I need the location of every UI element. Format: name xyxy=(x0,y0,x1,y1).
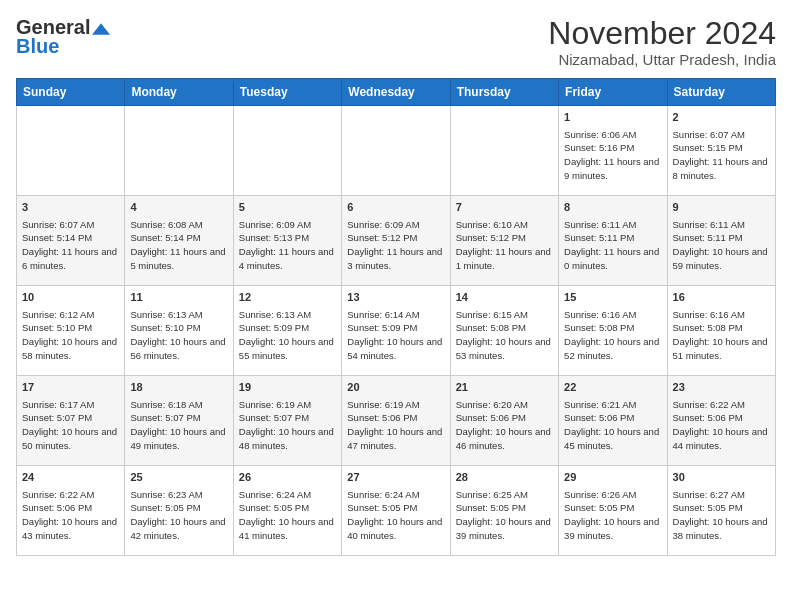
calendar-cell: 28Sunrise: 6:25 AMSunset: 5:05 PMDayligh… xyxy=(450,466,558,556)
day-number: 10 xyxy=(22,290,119,305)
calendar-week-row: 1Sunrise: 6:06 AMSunset: 5:16 PMDaylight… xyxy=(17,106,776,196)
calendar-cell: 26Sunrise: 6:24 AMSunset: 5:05 PMDayligh… xyxy=(233,466,341,556)
day-info: Sunrise: 6:07 AMSunset: 5:15 PMDaylight:… xyxy=(673,128,770,183)
weekday-header: Saturday xyxy=(667,79,775,106)
day-number: 29 xyxy=(564,470,661,485)
day-number: 7 xyxy=(456,200,553,215)
calendar-cell xyxy=(450,106,558,196)
day-info: Sunrise: 6:25 AMSunset: 5:05 PMDaylight:… xyxy=(456,488,553,543)
calendar-cell: 17Sunrise: 6:17 AMSunset: 5:07 PMDayligh… xyxy=(17,376,125,466)
title-block: November 2024 Nizamabad, Uttar Pradesh, … xyxy=(548,16,776,68)
calendar-cell: 9Sunrise: 6:11 AMSunset: 5:11 PMDaylight… xyxy=(667,196,775,286)
calendar-cell: 10Sunrise: 6:12 AMSunset: 5:10 PMDayligh… xyxy=(17,286,125,376)
day-number: 15 xyxy=(564,290,661,305)
day-number: 19 xyxy=(239,380,336,395)
calendar-week-row: 3Sunrise: 6:07 AMSunset: 5:14 PMDaylight… xyxy=(17,196,776,286)
day-info: Sunrise: 6:16 AMSunset: 5:08 PMDaylight:… xyxy=(673,308,770,363)
calendar-cell: 14Sunrise: 6:15 AMSunset: 5:08 PMDayligh… xyxy=(450,286,558,376)
calendar-cell: 21Sunrise: 6:20 AMSunset: 5:06 PMDayligh… xyxy=(450,376,558,466)
day-info: Sunrise: 6:15 AMSunset: 5:08 PMDaylight:… xyxy=(456,308,553,363)
calendar-cell: 2Sunrise: 6:07 AMSunset: 5:15 PMDaylight… xyxy=(667,106,775,196)
day-number: 14 xyxy=(456,290,553,305)
day-number: 27 xyxy=(347,470,444,485)
calendar-week-row: 10Sunrise: 6:12 AMSunset: 5:10 PMDayligh… xyxy=(17,286,776,376)
day-info: Sunrise: 6:14 AMSunset: 5:09 PMDaylight:… xyxy=(347,308,444,363)
calendar-cell: 12Sunrise: 6:13 AMSunset: 5:09 PMDayligh… xyxy=(233,286,341,376)
day-number: 17 xyxy=(22,380,119,395)
calendar-table: SundayMondayTuesdayWednesdayThursdayFrid… xyxy=(16,78,776,556)
day-info: Sunrise: 6:09 AMSunset: 5:13 PMDaylight:… xyxy=(239,218,336,273)
day-number: 16 xyxy=(673,290,770,305)
calendar-cell: 23Sunrise: 6:22 AMSunset: 5:06 PMDayligh… xyxy=(667,376,775,466)
calendar-cell xyxy=(125,106,233,196)
calendar-week-row: 17Sunrise: 6:17 AMSunset: 5:07 PMDayligh… xyxy=(17,376,776,466)
calendar-cell xyxy=(233,106,341,196)
calendar-cell: 13Sunrise: 6:14 AMSunset: 5:09 PMDayligh… xyxy=(342,286,450,376)
calendar-cell: 25Sunrise: 6:23 AMSunset: 5:05 PMDayligh… xyxy=(125,466,233,556)
day-number: 8 xyxy=(564,200,661,215)
weekday-header: Monday xyxy=(125,79,233,106)
day-number: 4 xyxy=(130,200,227,215)
weekday-header: Wednesday xyxy=(342,79,450,106)
day-info: Sunrise: 6:13 AMSunset: 5:10 PMDaylight:… xyxy=(130,308,227,363)
day-number: 24 xyxy=(22,470,119,485)
day-info: Sunrise: 6:09 AMSunset: 5:12 PMDaylight:… xyxy=(347,218,444,273)
day-info: Sunrise: 6:11 AMSunset: 5:11 PMDaylight:… xyxy=(564,218,661,273)
day-number: 21 xyxy=(456,380,553,395)
day-info: Sunrise: 6:24 AMSunset: 5:05 PMDaylight:… xyxy=(239,488,336,543)
day-info: Sunrise: 6:24 AMSunset: 5:05 PMDaylight:… xyxy=(347,488,444,543)
day-info: Sunrise: 6:10 AMSunset: 5:12 PMDaylight:… xyxy=(456,218,553,273)
calendar-cell: 11Sunrise: 6:13 AMSunset: 5:10 PMDayligh… xyxy=(125,286,233,376)
calendar-cell: 6Sunrise: 6:09 AMSunset: 5:12 PMDaylight… xyxy=(342,196,450,286)
calendar-cell: 19Sunrise: 6:19 AMSunset: 5:07 PMDayligh… xyxy=(233,376,341,466)
weekday-header: Tuesday xyxy=(233,79,341,106)
day-info: Sunrise: 6:18 AMSunset: 5:07 PMDaylight:… xyxy=(130,398,227,453)
day-number: 5 xyxy=(239,200,336,215)
page-subtitle: Nizamabad, Uttar Pradesh, India xyxy=(548,51,776,68)
logo-icon xyxy=(92,23,110,35)
day-info: Sunrise: 6:23 AMSunset: 5:05 PMDaylight:… xyxy=(130,488,227,543)
day-info: Sunrise: 6:22 AMSunset: 5:06 PMDaylight:… xyxy=(673,398,770,453)
page-title: November 2024 xyxy=(548,16,776,51)
svg-marker-0 xyxy=(92,23,110,34)
day-info: Sunrise: 6:13 AMSunset: 5:09 PMDaylight:… xyxy=(239,308,336,363)
day-number: 11 xyxy=(130,290,227,305)
calendar-week-row: 24Sunrise: 6:22 AMSunset: 5:06 PMDayligh… xyxy=(17,466,776,556)
calendar-cell: 7Sunrise: 6:10 AMSunset: 5:12 PMDaylight… xyxy=(450,196,558,286)
calendar-cell: 5Sunrise: 6:09 AMSunset: 5:13 PMDaylight… xyxy=(233,196,341,286)
day-number: 18 xyxy=(130,380,227,395)
day-number: 30 xyxy=(673,470,770,485)
day-info: Sunrise: 6:16 AMSunset: 5:08 PMDaylight:… xyxy=(564,308,661,363)
calendar-cell: 29Sunrise: 6:26 AMSunset: 5:05 PMDayligh… xyxy=(559,466,667,556)
calendar-cell: 27Sunrise: 6:24 AMSunset: 5:05 PMDayligh… xyxy=(342,466,450,556)
page-header: General Blue November 2024 Nizamabad, Ut… xyxy=(16,16,776,68)
day-number: 20 xyxy=(347,380,444,395)
day-info: Sunrise: 6:06 AMSunset: 5:16 PMDaylight:… xyxy=(564,128,661,183)
calendar-cell xyxy=(17,106,125,196)
day-info: Sunrise: 6:07 AMSunset: 5:14 PMDaylight:… xyxy=(22,218,119,273)
weekday-header: Sunday xyxy=(17,79,125,106)
day-info: Sunrise: 6:08 AMSunset: 5:14 PMDaylight:… xyxy=(130,218,227,273)
day-info: Sunrise: 6:26 AMSunset: 5:05 PMDaylight:… xyxy=(564,488,661,543)
calendar-cell: 22Sunrise: 6:21 AMSunset: 5:06 PMDayligh… xyxy=(559,376,667,466)
day-info: Sunrise: 6:27 AMSunset: 5:05 PMDaylight:… xyxy=(673,488,770,543)
day-info: Sunrise: 6:21 AMSunset: 5:06 PMDaylight:… xyxy=(564,398,661,453)
weekday-header: Thursday xyxy=(450,79,558,106)
day-number: 2 xyxy=(673,110,770,125)
calendar-cell xyxy=(342,106,450,196)
day-number: 3 xyxy=(22,200,119,215)
day-info: Sunrise: 6:22 AMSunset: 5:06 PMDaylight:… xyxy=(22,488,119,543)
calendar-cell: 18Sunrise: 6:18 AMSunset: 5:07 PMDayligh… xyxy=(125,376,233,466)
day-number: 9 xyxy=(673,200,770,215)
header-row: SundayMondayTuesdayWednesdayThursdayFrid… xyxy=(17,79,776,106)
calendar-cell: 1Sunrise: 6:06 AMSunset: 5:16 PMDaylight… xyxy=(559,106,667,196)
day-number: 12 xyxy=(239,290,336,305)
day-number: 22 xyxy=(564,380,661,395)
day-number: 13 xyxy=(347,290,444,305)
day-info: Sunrise: 6:19 AMSunset: 5:07 PMDaylight:… xyxy=(239,398,336,453)
day-info: Sunrise: 6:19 AMSunset: 5:06 PMDaylight:… xyxy=(347,398,444,453)
calendar-cell: 8Sunrise: 6:11 AMSunset: 5:11 PMDaylight… xyxy=(559,196,667,286)
weekday-header: Friday xyxy=(559,79,667,106)
day-number: 25 xyxy=(130,470,227,485)
calendar-cell: 15Sunrise: 6:16 AMSunset: 5:08 PMDayligh… xyxy=(559,286,667,376)
